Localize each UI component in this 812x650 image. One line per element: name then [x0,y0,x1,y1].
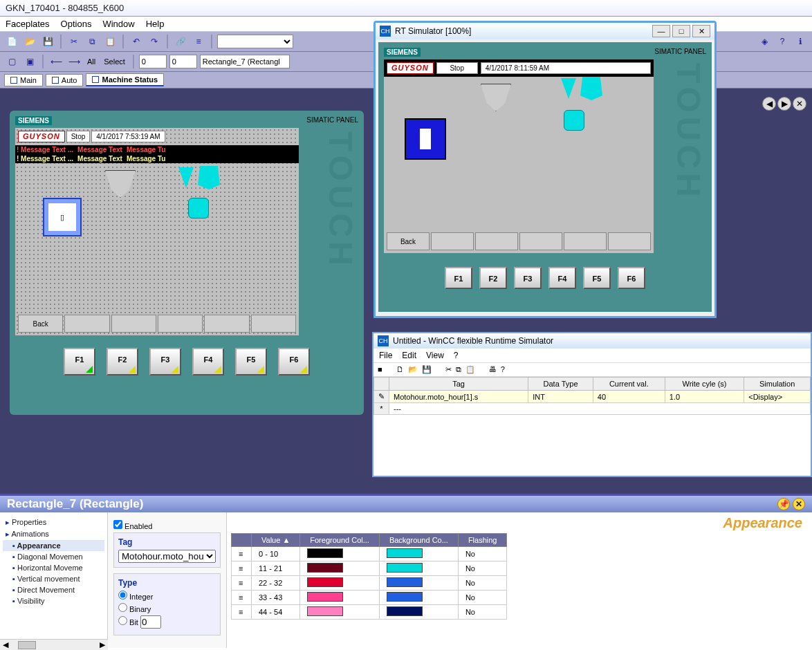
nav-close-icon[interactable]: ✕ [793,97,806,111]
panel-close-icon[interactable]: ✕ [793,498,805,510]
cell-fg[interactable] [300,561,380,576]
cell-currentval[interactable]: 40 [593,391,665,403]
rt-footer-btn-2[interactable] [431,232,474,250]
f1-key[interactable]: F1 [64,348,95,375]
rt-f3-key[interactable]: F3 [514,267,542,289]
rts-copy-icon[interactable]: ⧉ [456,365,461,374]
cell-fg[interactable] [300,576,380,591]
rts-titlebar[interactable]: CH Untitled - WinCC flexible Runtime Sim… [373,333,811,349]
appearance-row[interactable]: ≡ 22 - 32 No [232,576,507,591]
tank-icon[interactable] [188,198,209,219]
save-icon[interactable]: 💾 [40,34,55,49]
rts-row-blank[interactable]: * --- [374,403,811,415]
rts-print-icon[interactable]: 🖶 [489,365,497,374]
tool-b-icon[interactable]: ▣ [22,54,37,69]
col-datatype[interactable]: Data Type [528,378,593,391]
bit-number[interactable] [140,615,161,629]
tree-visibility[interactable]: Visibility [3,595,104,606]
f3-key[interactable]: F3 [149,348,181,375]
cell-fg[interactable] [300,591,380,605]
link-icon[interactable]: 🔗 [173,34,188,49]
tab-auto[interactable]: Auto [46,74,84,86]
cell-datatype[interactable]: INT [528,391,593,403]
align-icon[interactable]: ≡ [191,34,206,49]
rt-tank-icon[interactable] [564,110,584,131]
cell-flashing[interactable]: No [458,547,507,561]
hopper-icon[interactable] [105,170,136,198]
rts-save-icon[interactable]: 💾 [422,365,432,374]
cell-value[interactable]: 22 - 32 [252,576,300,591]
tab-machine-status[interactable]: Machine Status [86,73,164,86]
rts-menu-file[interactable]: File [379,351,392,360]
object-combo[interactable] [200,55,290,68]
rt-back-button[interactable]: Back [387,232,430,250]
pin-icon[interactable]: 📌 [777,498,790,510]
appearance-row[interactable]: ≡ 44 - 54 No [232,605,507,620]
type-bit[interactable]: Bit [118,615,216,629]
col-simulation[interactable]: Simulation [744,378,811,391]
f5-key[interactable]: F5 [235,348,267,375]
close-icon[interactable]: ✕ [692,25,710,37]
help-question-icon[interactable]: ? [775,34,790,49]
rt-hmi-screen[interactable]: GUYSON Stop 4/1/2017 8:11:59 AM Back [384,59,654,253]
rts-cut-icon[interactable]: ✂ [445,365,452,374]
nav-prev-icon[interactable]: ◀ [762,97,776,111]
tree-direct[interactable]: Direct Movement [3,584,104,595]
cell-value[interactable]: 33 - 43 [252,591,300,605]
type-integer[interactable]: Integer [118,591,216,601]
menu-options[interactable]: Options [61,19,92,29]
cell-flashing[interactable]: No [458,605,507,620]
tree-vertical[interactable]: Vertical movement [3,573,104,584]
tree-appearance[interactable]: Appearance [3,540,104,551]
property-tree[interactable]: Properties Animations Appearance Diagona… [0,512,108,648]
bucket-icon[interactable] [198,166,220,189]
rts-menu-view[interactable]: View [426,351,444,360]
back-button[interactable]: Back [18,315,63,333]
col-value[interactable]: Value ▲ [252,534,300,547]
rts-grid[interactable]: Tag Data Type Current val. Write cyle (s… [373,377,811,415]
appearance-row[interactable]: ≡ 11 - 21 No [232,561,507,576]
rt-titlebar[interactable]: CH RT Simulator [100%] — □ ✕ [376,23,714,39]
appearance-row[interactable]: ≡ 33 - 43 No [232,591,507,605]
rt-f4-key[interactable]: F4 [548,267,576,289]
f4-key[interactable]: F4 [192,348,224,375]
copy-icon[interactable]: ⧉ [84,34,100,49]
rts-menu-help[interactable]: ? [454,351,459,360]
rt-f2-key[interactable]: F2 [479,267,507,289]
appearance-table[interactable]: Value ▲ Foreground Col... Background Co.… [231,533,507,620]
cell-fg[interactable] [300,547,380,561]
appearance-row[interactable]: ≡ 0 - 10 No [232,547,507,561]
help-diamond-icon[interactable]: ◈ [757,34,772,49]
cell-flashing[interactable]: No [458,576,507,591]
rts-help-icon[interactable]: ? [501,365,505,374]
cell-tag[interactable]: Motohour.moto_hour[1].s [389,391,528,403]
rt-footer-btn-3[interactable] [475,232,518,250]
row-handle-icon[interactable]: ≡ [232,561,252,576]
cell-fg[interactable] [300,605,380,620]
tree-hscroll[interactable]: ◀▶ [0,639,108,648]
machine-box[interactable]: ▯ [43,198,82,236]
tag-select[interactable]: Motohour.moto_hour[ [118,550,216,563]
menu-window[interactable]: Window [102,19,134,29]
rts-paste-icon[interactable]: 📋 [465,365,475,374]
cell-value[interactable]: 0 - 10 [252,547,300,561]
paste-icon[interactable]: 📋 [102,34,118,49]
rt-footer-btn-4[interactable] [519,232,562,250]
rt-footer-btn-5[interactable] [564,232,607,250]
cell-writecycle[interactable]: 1.0 [665,391,744,403]
rt-bucket-icon[interactable] [580,77,602,100]
redo-icon[interactable]: ↷ [147,34,162,49]
rt-cone-icon[interactable] [561,78,576,99]
tab-main[interactable]: Main [4,74,43,86]
col-flashing[interactable]: Flashing [458,534,507,547]
type-binary[interactable]: Binary [118,603,216,613]
tree-horizontal[interactable]: Horizontal Moveme [3,562,104,573]
cell-bg[interactable] [379,561,458,576]
rts-row-1[interactable]: ✎ Motohour.moto_hour[1].s INT 40 1.0 <Di… [374,391,811,403]
arrow-right-icon[interactable]: ⟶ [66,54,82,69]
nav-next-icon[interactable]: ▶ [777,97,791,111]
arrow-left-icon[interactable]: ⟵ [48,54,64,69]
cell-bg[interactable] [379,605,458,620]
cone-icon[interactable] [178,167,194,188]
menu-faceplates[interactable]: Faceplates [6,19,50,29]
